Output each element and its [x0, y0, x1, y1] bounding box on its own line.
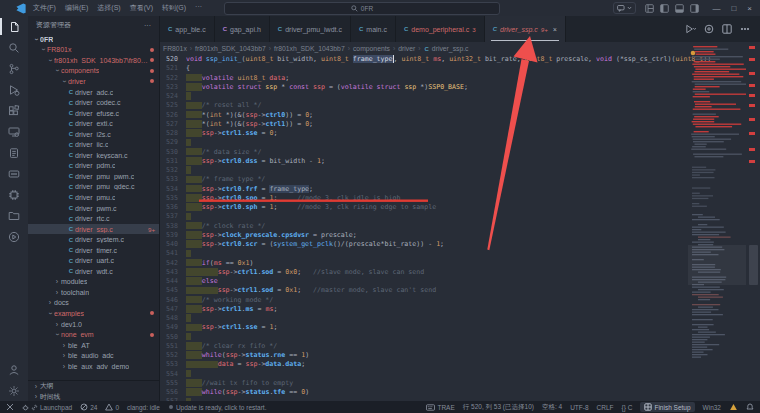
status-left-0[interactable]: 0 — [105, 403, 119, 411]
tree-item-driver_timer.c[interactable]: Cdriver_timer.c — [28, 245, 159, 256]
extensions-icon[interactable] — [0, 100, 28, 121]
code-line-543[interactable]: 543ssp->ctrl1.sod = 0x0; //slave mode, s… — [160, 268, 760, 277]
scrollbar[interactable] — [746, 42, 760, 401]
search-icon[interactable] — [0, 37, 28, 58]
code-line-541[interactable]: 541 — [160, 249, 760, 258]
tree-item-none_evm[interactable]: ›none_evm — [28, 329, 159, 340]
tree-item-docs[interactable]: ›docs — [28, 298, 159, 309]
code-line-525[interactable]: 525/* reset all */ — [160, 101, 760, 110]
tree-item-driver_wdt.c[interactable]: Cdriver_wdt.c — [28, 266, 159, 277]
tree-item-driver_exti.c[interactable]: Cdriver_exti.c — [28, 118, 159, 129]
code-line-548[interactable]: 548 — [160, 314, 760, 323]
tree-item-driver_system.c[interactable]: Cdriver_system.c — [28, 234, 159, 245]
menu-item-2[interactable]: 选择(S) — [97, 3, 120, 13]
customize-layout-icon[interactable] — [645, 4, 654, 13]
maximize-button[interactable]: □ — [731, 4, 736, 13]
code-line-546[interactable]: 546/* working mode */ — [160, 296, 760, 305]
explorer-icon[interactable] — [0, 16, 28, 37]
chip-icon[interactable] — [0, 184, 28, 205]
code-line-535[interactable]: 535ssp->ctrl0.spo = 1; //mode 3, clk idl… — [160, 194, 760, 203]
code-line-533[interactable]: 533/* frame type */ — [160, 175, 760, 184]
status-right--520-53-10-[interactable]: 行 520, 列 53 (已选择10) — [463, 403, 534, 412]
code-line-540[interactable]: 540ssp->ctrl0.scr = (system_get_pclk()/(… — [160, 240, 760, 249]
account-icon[interactable] — [0, 359, 28, 380]
close-button[interactable]: × — [747, 4, 752, 13]
scrollbar-thumb[interactable] — [749, 245, 758, 285]
minimap[interactable] — [688, 42, 746, 401]
code-line-538[interactable]: 538/* clock rate */ — [160, 222, 760, 231]
requirements-icon[interactable] — [0, 142, 28, 163]
tree-item-driver_ssp.c[interactable]: Cdriver_ssp.c9+ — [28, 224, 159, 235]
code-line-527[interactable]: 527*(int *)(&(ssp->ctrl1)) = 0; — [160, 120, 760, 129]
code-line-522[interactable]: 522volatile uint8_t data; — [160, 74, 760, 83]
code-line-520[interactable]: 520void ssp_init_(uint8_t bit_width, uin… — [160, 55, 760, 64]
run-button[interactable] — [685, 24, 696, 35]
code-line-542[interactable]: 542if(ms == 0x1) — [160, 259, 760, 268]
status-left-remote[interactable] — [6, 403, 14, 411]
tree-item-examples[interactable]: ›examples — [28, 308, 159, 319]
status-right-trae[interactable]: TRAE — [426, 404, 454, 411]
tree-item-FR801x[interactable]: ›FR801x — [28, 45, 159, 56]
tree-item-ble_AT[interactable]: ›ble_AT — [28, 340, 159, 351]
code-line-531[interactable]: 531ssp->ctrl0.dss = bit_width - 1; — [160, 157, 760, 166]
tree-item-driver_uart.c[interactable]: Cdriver_uart.c — [28, 255, 159, 266]
tree-item-driver[interactable]: ›driver — [28, 76, 159, 87]
tab-driver_ssp.c[interactable]: Cdriver_ssp.c9+× — [485, 16, 566, 42]
tree-item-driver_i2s.c[interactable]: Cdriver_i2s.c — [28, 129, 159, 140]
tree-item-driver_codec.c[interactable]: Cdriver_codec.c — [28, 97, 159, 108]
code-line-534[interactable]: 534ssp->ctrl0.frf = frame_type; — [160, 185, 760, 194]
code-line-550[interactable]: 550 — [160, 333, 760, 342]
status-right--c[interactable]: {} C — [622, 404, 633, 411]
status-left-clangd-idle[interactable]: clangd: idle — [127, 404, 160, 411]
tab-driver_pmu_iwdt.c[interactable]: Cdriver_pmu_iwdt.c — [270, 16, 351, 42]
tree-item-toolchain[interactable]: ›toolchain — [28, 287, 159, 298]
code-editor[interactable]: 520void ssp_init_(uint8_t bit_width, uin… — [160, 55, 760, 401]
menu-item-3[interactable]: 查看(V) — [130, 3, 153, 13]
status-left-update-is-ready-clic[interactable]: Update is ready, click to restart. — [168, 404, 267, 411]
code-line-552[interactable]: 552while(ssp->status.rne == 1) — [160, 351, 760, 360]
toggle-secondary-sidebar-icon[interactable] — [690, 4, 699, 13]
code-line-523[interactable]: 523volatile struct ssp * const ssp = (vo… — [160, 83, 760, 92]
code-line-524[interactable]: 524 — [160, 92, 760, 101]
breadcrumb-segment[interactable]: driver — [398, 45, 415, 52]
toggle-panel-icon[interactable] — [675, 4, 684, 13]
status-right-warn-orange[interactable] — [729, 403, 738, 411]
tree-item-driver_pmu.c[interactable]: Cdriver_pmu.c — [28, 192, 159, 203]
tab-main.c[interactable]: Cmain.c — [351, 16, 396, 42]
status-right-finish-setup[interactable]: Finish Setup — [640, 402, 694, 412]
code-line-555[interactable]: 555//wait tx fifo to empty — [160, 379, 760, 388]
minimize-button[interactable]: — — [712, 4, 720, 13]
code-line-539[interactable]: 539ssp->clock_prescale.cpsdvsr = prescal… — [160, 231, 760, 240]
tree-item-driver_adc.c[interactable]: Cdriver_adc.c — [28, 87, 159, 98]
tree-item-driver_pwm.c[interactable]: Cdriver_pwm.c — [28, 203, 159, 214]
code-line-536[interactable]: 536ssp->ctrl0.sph = 1; //mode 3, clk ris… — [160, 203, 760, 212]
status-right-bell[interactable] — [746, 403, 754, 411]
toggle-sidebar-icon[interactable] — [660, 4, 669, 13]
command-center[interactable]: 0FR — [224, 2, 500, 15]
menu-item-5[interactable]: ··· — [195, 3, 202, 13]
run-debug-icon[interactable] — [0, 79, 28, 100]
code-line-554[interactable]: 554 — [160, 370, 760, 379]
code-line-530[interactable]: 530/* data size */ — [160, 148, 760, 157]
status-right--4[interactable]: 空格: 4 — [542, 403, 562, 412]
code-line-537[interactable]: 537 — [160, 212, 760, 221]
code-line-551[interactable]: 551/* clear rx fifo */ — [160, 342, 760, 351]
status-right-crlf[interactable]: CRLF — [597, 404, 614, 411]
ai-chat-button[interactable] — [613, 2, 636, 14]
tree-item-driver_keyscan.c[interactable]: Cdriver_keyscan.c — [28, 150, 159, 161]
status-left-24[interactable]: 24 — [80, 403, 97, 411]
breadcrumb-segment[interactable]: fr801xh_SDK_1043bb7 — [195, 45, 266, 52]
code-line-547[interactable]: 547ssp->ctrl1.ms = ms; — [160, 305, 760, 314]
code-line-553[interactable]: 553data = ssp->data.data; — [160, 360, 760, 369]
code-line-544[interactable]: 544else — [160, 277, 760, 286]
more-actions-icon[interactable] — [740, 24, 750, 35]
code-line-526[interactable]: 526*(int *)(&(ssp->ctrl0)) = 0; — [160, 111, 760, 120]
source-control-icon[interactable] — [0, 58, 28, 79]
tree-item-driver_pmu_pwm.c[interactable]: Cdriver_pmu_pwm.c — [28, 171, 159, 182]
outline-section[interactable]: ›大纲 — [28, 381, 159, 392]
tree-item-driver_efuse.c[interactable]: Cdriver_efuse.c — [28, 108, 159, 119]
output-box-icon[interactable] — [0, 163, 28, 184]
tree-item-ble_audio_adc[interactable]: ›ble_audio_adc — [28, 350, 159, 361]
menu-item-0[interactable]: 文件(F) — [33, 3, 56, 13]
menu-item-1[interactable]: 编辑(E) — [65, 3, 88, 13]
